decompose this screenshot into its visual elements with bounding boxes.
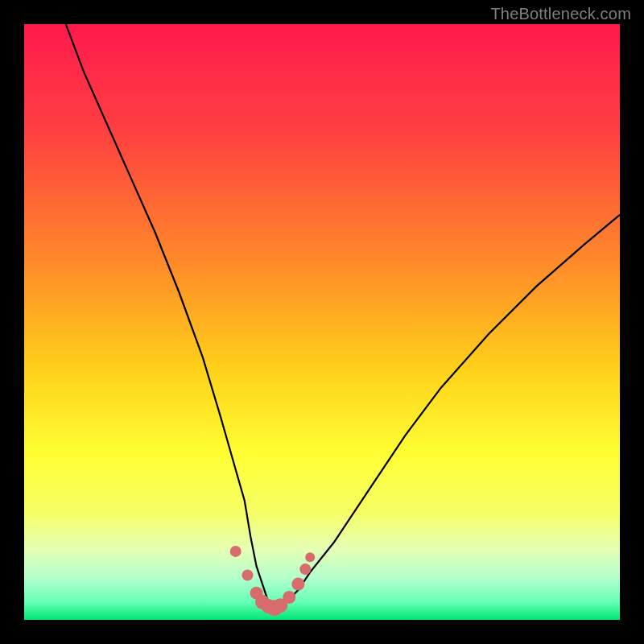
chart-frame: TheBottleneck.com — [0, 0, 644, 644]
bottleneck-curve — [66, 24, 620, 608]
valley-marker — [291, 578, 304, 591]
valley-marker — [283, 591, 295, 604]
valley-marker — [299, 564, 311, 575]
valley-marker — [305, 552, 315, 562]
watermark-text: TheBottleneck.com — [490, 5, 631, 23]
plot-area — [24, 24, 620, 620]
valley-marker — [230, 546, 242, 557]
curve-layer — [24, 24, 620, 620]
valley-marker — [242, 570, 254, 581]
valley-markers — [230, 546, 316, 616]
